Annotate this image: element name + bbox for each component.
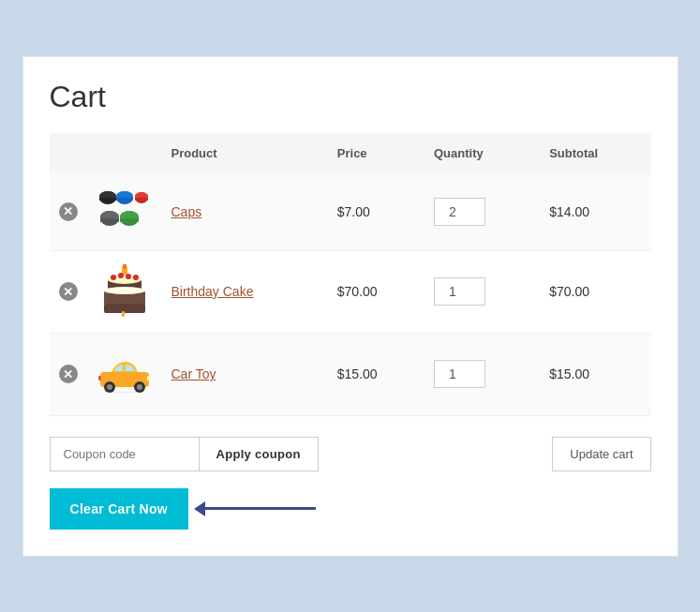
table-row: ✕ [50,173,651,251]
car-qty-cell [424,333,540,415]
remove-cell: ✕ [50,333,87,415]
caps-price-cell: $7.00 [328,173,424,251]
remove-cake-icon: ✕ [59,282,78,301]
cake-qty-input[interactable] [434,277,485,306]
svg-rect-26 [122,311,125,317]
svg-rect-2 [99,198,116,201]
table-row: ✕ [50,250,651,333]
clear-cart-button[interactable]: Clear Cart Now [50,488,189,530]
svg-rect-5 [116,198,133,201]
svg-rect-33 [98,376,101,381]
caps-qty-input[interactable] [434,198,485,226]
table-header-row: Product Price Quantity Subtotal [50,133,651,173]
cake-qty-cell [424,250,540,333]
remove-cake-button[interactable]: ✕ [59,282,78,301]
car-qty-input[interactable] [434,360,485,388]
arrow-indicator [203,507,316,510]
cake-product-link[interactable]: Birthday Cake [171,284,254,299]
coupon-input[interactable] [50,437,200,471]
svg-point-24 [133,275,139,280]
cake-image-cell [87,250,162,333]
page-title: Cart [50,80,651,114]
col-image-header [87,133,162,173]
clear-cart-section: Clear Cart Now [50,488,651,530]
apply-coupon-button[interactable]: Apply coupon [200,437,319,471]
svg-point-25 [104,287,145,294]
car-subtotal-cell: $15.00 [540,333,650,415]
remove-cell: ✕ [50,250,87,333]
col-product-header: Product [162,133,328,173]
svg-rect-11 [100,218,119,222]
remove-car-icon: ✕ [59,365,78,383]
svg-rect-8 [135,198,148,201]
cart-table: Product Price Quantity Subtotal ✕ [50,133,651,416]
col-qty-header: Quantity [424,133,540,173]
cart-container: Cart Product Price Quantity Subtotal ✕ [22,56,678,557]
col-price-header: Price [328,133,424,173]
caps-subtotal-cell: $14.00 [540,173,650,251]
car-product-link[interactable]: Car Toy [171,366,216,381]
col-subtotal-header: Subtotal [540,133,650,173]
caps-product-link[interactable]: Caps [171,204,202,219]
table-row: ✕ [50,333,651,415]
car-image [97,349,153,400]
svg-point-31 [137,384,142,390]
remove-caps-button[interactable]: ✕ [59,202,78,221]
svg-rect-14 [120,218,139,222]
car-image-cell [87,333,162,415]
car-price-cell: $15.00 [328,333,424,415]
caps-image [97,188,149,235]
cake-product-cell: Birthday Cake [162,250,328,333]
cake-price-cell: $70.00 [328,250,424,333]
svg-rect-19 [104,304,145,313]
car-product-cell: Car Toy [162,333,328,415]
caps-qty-cell [424,173,540,251]
svg-point-23 [126,274,131,279]
update-cart-button[interactable]: Update cart [552,437,650,471]
svg-point-22 [118,273,124,278]
remove-caps-icon: ✕ [59,202,78,221]
svg-rect-32 [147,376,151,381]
caps-product-cell: Caps [162,173,328,251]
svg-point-21 [111,275,116,280]
remove-cell: ✕ [50,173,87,251]
cake-image [97,266,153,318]
svg-point-29 [107,384,112,390]
arrow-line [203,507,316,510]
caps-image-cell [87,173,162,251]
cake-subtotal-cell: $70.00 [540,250,650,333]
remove-car-button[interactable]: ✕ [59,365,78,383]
col-remove-header [50,133,87,173]
cart-actions: Apply coupon Update cart [50,437,651,471]
